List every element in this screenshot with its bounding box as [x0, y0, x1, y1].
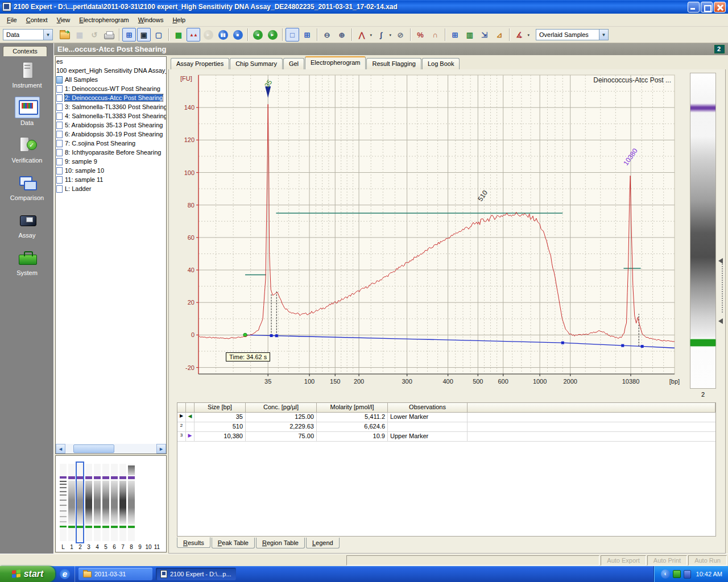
- sidebar-item-instrument[interactable]: Instrument: [0, 59, 54, 89]
- electropherogram-view-button[interactable]: ▲▲: [187, 28, 200, 41]
- scroll-left-icon[interactable]: ◄: [56, 444, 65, 454]
- pause-button[interactable]: ▮▮: [216, 28, 230, 41]
- menu-item-electropherogram[interactable]: Electropherogram: [75, 15, 133, 25]
- menu-item-context[interactable]: Context: [22, 15, 52, 25]
- open-file-button[interactable]: [58, 28, 72, 41]
- table-row[interactable]: 3▶10,38075.0010.9Upper Marker: [177, 432, 715, 442]
- tree-item[interactable]: 8: Ichthyoparasite Before Shearing: [56, 148, 166, 157]
- mini-gel-lane-7[interactable]: [119, 464, 126, 541]
- tab-result-flagging[interactable]: Result Flagging: [366, 58, 421, 69]
- tray-agilent-icon[interactable]: [673, 570, 681, 578]
- grid-pane-button[interactable]: ⊞: [300, 28, 314, 41]
- image-export-button[interactable]: ▥: [463, 28, 477, 41]
- menu-item-view[interactable]: View: [52, 15, 75, 25]
- tree-item[interactable]: 4: Salmonella-TL3383 Post Shearing: [56, 111, 166, 120]
- mini-gel-lane-5[interactable]: [102, 464, 109, 541]
- mini-gel-panel[interactable]: L1234567891011: [55, 455, 167, 552]
- table-row[interactable]: ▶◀35125.005,411.2Lower Marker: [177, 413, 715, 422]
- mini-gel-lane-1[interactable]: [68, 464, 75, 541]
- tab-peak-table[interactable]: Peak Table: [212, 538, 255, 548]
- electropherogram-chart[interactable]: 3551010380-20020406080100120140[FU]35100…: [169, 69, 726, 396]
- manual-integration-dropdown[interactable]: ∫▾: [374, 28, 388, 41]
- print-button[interactable]: [102, 28, 116, 41]
- tab-electropherogram[interactable]: Electropherogram: [305, 56, 366, 69]
- restore-button[interactable]: [701, 2, 713, 13]
- tree-item[interactable]: All Samples: [56, 75, 166, 84]
- tab-log-book[interactable]: Log Book: [422, 58, 460, 69]
- tab-chip-summary[interactable]: Chip Summary: [230, 58, 283, 69]
- measure-dropdown[interactable]: ∡▾: [512, 28, 526, 41]
- tray-chevron-icon[interactable]: ‹: [661, 569, 670, 579]
- table-row[interactable]: 25102,229.636,624.6: [177, 422, 715, 432]
- tree-view-toggle[interactable]: ⊞: [122, 28, 136, 41]
- gel-view-button[interactable]: ▩: [172, 28, 185, 41]
- tray-display-icon[interactable]: [684, 570, 691, 579]
- contexts-tab[interactable]: Contexts: [3, 46, 47, 56]
- mini-gel-lane-9[interactable]: [136, 464, 143, 541]
- tree-item[interactable]: 3: Salmonella-TL3360 Post Shearing: [56, 102, 166, 111]
- forward-button[interactable]: ►: [266, 28, 279, 41]
- menu-item-file[interactable]: File: [2, 15, 22, 25]
- app-window-button[interactable]: ▢: [152, 28, 166, 41]
- zoom-out-button[interactable]: ⊖: [320, 28, 334, 41]
- sidebar-item-system[interactable]: System: [0, 247, 54, 276]
- gel-lane-view[interactable]: [690, 73, 716, 389]
- taskbar-task-2100-expert-d-p-[interactable]: 2100 Expert - D:\...p...: [156, 568, 236, 580]
- tab-legend[interactable]: Legend: [306, 538, 340, 548]
- results-table[interactable]: Size [bp]Conc. [pg/µl]Molarity [pmol/l]O…: [177, 402, 716, 537]
- mini-gel-lane-8[interactable]: [128, 464, 135, 541]
- exclude-peak-button[interactable]: ⊘: [394, 28, 407, 41]
- tree-horizontal-scrollbar[interactable]: ◄ ►: [56, 444, 166, 454]
- tree-item[interactable]: 7: C.sojina Post Shearing: [56, 139, 166, 148]
- sidebar-item-comparison[interactable]: Comparison: [0, 172, 54, 201]
- tree-item[interactable]: 2: Deinococcus-Atcc Post Shearing: [56, 93, 166, 102]
- annotation-toggle[interactable]: ▣: [137, 28, 151, 41]
- start-button[interactable]: start: [0, 566, 55, 582]
- highlighter-button[interactable]: %: [413, 28, 427, 41]
- mini-gel-lane-l[interactable]: [60, 464, 67, 541]
- gel-contrast-slider[interactable]: [718, 257, 726, 325]
- context-select[interactable]: Data ▼: [3, 29, 53, 40]
- sidebar-item-data[interactable]: Data: [0, 97, 54, 126]
- tab-region-table[interactable]: Region Table: [256, 538, 305, 548]
- scrollbar-thumb[interactable]: [73, 444, 114, 453]
- menu-item-help[interactable]: Help: [168, 15, 190, 25]
- sidebar-item-verification[interactable]: Verification: [0, 134, 54, 164]
- stop-button[interactable]: ■: [231, 28, 245, 41]
- save-button[interactable]: ▦: [73, 28, 86, 41]
- scroll-right-icon[interactable]: ►: [156, 444, 166, 454]
- tree-item[interactable]: 11: sample 11: [56, 175, 166, 184]
- mini-gel-lane-11[interactable]: [154, 464, 160, 541]
- gel-contrast-handle-bottom[interactable]: [718, 318, 723, 324]
- tree-item[interactable]: 9: sample 9: [56, 157, 166, 166]
- single-pane-toggle[interactable]: □: [286, 28, 299, 41]
- data-export-button[interactable]: ⇲: [478, 28, 491, 41]
- menu-item-windows[interactable]: Windows: [134, 15, 168, 25]
- sidebar-item-assay[interactable]: Assay: [0, 209, 54, 239]
- mini-gel-lane-4[interactable]: [94, 464, 101, 541]
- back-button[interactable]: ◄: [251, 28, 264, 41]
- tree-item[interactable]: 10: sample 10: [56, 166, 166, 175]
- mini-gel-lane-6[interactable]: [111, 464, 118, 541]
- title-bar[interactable]: 2100 Expert - D:\...pert\data\2011-03-31…: [0, 0, 728, 14]
- minimize-button[interactable]: [688, 2, 700, 13]
- tree-item[interactable]: L: Ladder: [56, 184, 166, 193]
- mini-gel-lane-10[interactable]: [145, 464, 152, 541]
- zoom-page-button[interactable]: ⊕: [335, 28, 349, 41]
- taskbar-task-2011-03-31[interactable]: 2011-03-31: [78, 568, 152, 580]
- region-button[interactable]: ∩: [428, 28, 442, 41]
- mini-gel-lane-3[interactable]: [85, 464, 92, 541]
- close-button[interactable]: [714, 2, 726, 13]
- tab-results[interactable]: Results: [177, 537, 210, 548]
- overlay-select[interactable]: Overlaid Samples ▼: [536, 29, 609, 40]
- tree-item[interactable]: 5: Arabidopsis 35-13 Post Shearing: [56, 120, 166, 130]
- gel-contrast-handle-top[interactable]: [718, 258, 723, 264]
- graph-setup-button[interactable]: ⊿: [493, 28, 506, 41]
- tab-gel[interactable]: Gel: [283, 58, 304, 69]
- tree-item[interactable]: 6: Arabidopsis 30-19 Post Shearing: [56, 130, 166, 139]
- tree-item[interactable]: 1: Deinococcus-WT Post Shearing: [56, 84, 166, 93]
- tab-assay-properties[interactable]: Assay Properties: [171, 58, 229, 69]
- grid-lines-button[interactable]: ⊞: [448, 28, 462, 41]
- peak-marker-dropdown[interactable]: ⋀▾: [355, 28, 369, 41]
- internet-explorer-icon[interactable]: e: [60, 569, 70, 579]
